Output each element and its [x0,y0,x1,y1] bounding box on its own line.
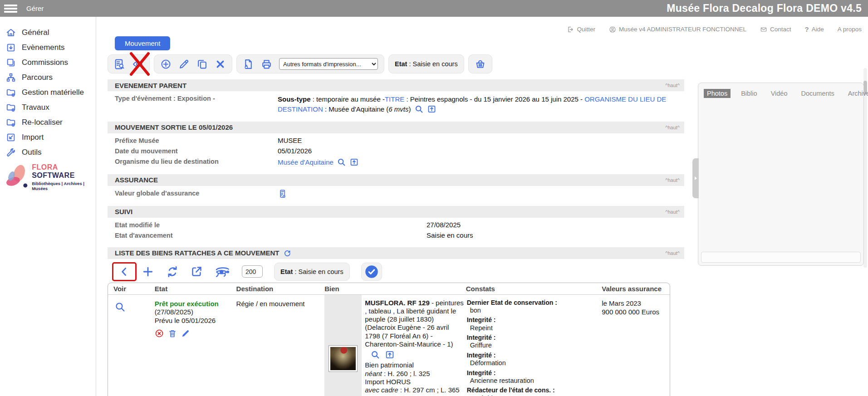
refresh-icon[interactable] [283,249,291,257]
titre-link[interactable]: TITRE [385,95,404,103]
edit-pencil-icon[interactable] [178,59,190,70]
haut-link[interactable]: ^haut^ [665,125,680,130]
haut-link[interactable]: ^haut^ [665,209,680,215]
section-assurance: ASSURANCE ^haut^ Valeur globale d'assura… [108,174,684,202]
panel-footer-strip [701,252,861,263]
artwork-thumbnail[interactable] [329,346,357,372]
basket-icon[interactable] [475,59,486,70]
etat-cell: Prêt pour exécution (27/08/2025) Prévu l… [155,295,236,396]
delete-x-icon[interactable] [215,59,226,70]
horus-eye-icon[interactable] [214,265,230,279]
open-record-icon[interactable] [349,157,359,167]
question-icon: ? [805,25,809,33]
haut-link[interactable]: ^haut^ [665,177,680,183]
result-count-input[interactable] [242,265,263,278]
col-destination: Destination [236,285,325,293]
open-record-icon[interactable] [385,350,395,360]
cancel-circle-icon[interactable] [155,329,164,338]
sidebar-item-gestion-materielle[interactable]: Gestion matérielle [0,85,96,100]
etat-status: Etat : Saisie en cours [395,60,458,68]
field-label: Etat modifié le [115,221,427,229]
panel-collapse-handle[interactable] [692,158,699,198]
hamburger-menu-icon[interactable] [4,3,17,14]
field-label: Type d'évènement : Exposition - [115,94,278,102]
sidebar-item-general[interactable]: Général [0,25,96,40]
record-list-search-icon[interactable] [114,59,125,70]
status-date: (27/08/2025) [155,308,236,317]
list-toolbar: Etat : Saisie en cours [108,262,684,282]
external-link-icon[interactable] [191,265,203,278]
section-title: ASSURANCE [115,176,158,184]
sidebar-item-import[interactable]: Import [0,130,96,145]
sidebar-item-travaux[interactable]: Travaux [0,100,96,115]
home-icon [6,28,16,38]
trash-icon[interactable] [168,329,177,338]
sidebar: Général Evènements Commissions Parcours … [0,17,96,396]
contact-link[interactable]: Contact [760,26,791,33]
col-constats: Constats [466,285,602,293]
validate-button[interactable] [361,263,382,281]
menu-label[interactable]: Gérer [26,5,44,12]
print-formats-select[interactable]: Autres formats d'impression... [279,58,378,70]
tab-mouvement[interactable]: Mouvement [115,36,170,50]
bien-import: Import HORUS [365,378,465,386]
tab-documents[interactable]: Documents [798,89,837,98]
print-icon[interactable] [261,59,272,70]
bien-ref: MUSFLORA. RF 129 - peintures , tableau ,… [365,299,464,348]
apropos-link[interactable]: A propos [838,26,862,33]
sidebar-item-label: Outils [22,148,41,157]
check-circle-icon [365,265,378,279]
section-title: LISTE DES BIENS RATTACHES A CE MOUVEMENT [115,249,280,257]
section-title: SUIVI [115,208,132,215]
recycle-icon[interactable] [166,265,179,279]
field-value: 27/08/2025 [427,221,461,229]
tab-archives[interactable]: Archives [845,89,868,98]
list-etat-status: Etat : Saisie en cours [274,263,350,281]
add-item-icon[interactable] [142,265,154,278]
sidebar-item-label: Re-localiser [22,118,63,127]
assurance-montant: 900 000 000 Euros [602,308,670,317]
musee-aquitaine-link[interactable]: Musée d'Aquitaine [278,158,333,166]
sidebar-item-commissions[interactable]: Commissions [0,55,96,70]
exit-icon [567,26,574,33]
user-account-link[interactable]: Musée v4 ADMINISTRATEUR FONCTIONNEL [609,26,746,33]
voir-cell [108,295,155,396]
tab-biblio[interactable]: Biblio [738,89,760,98]
section-suivi: SUIVI ^haut^ Etat modifié le 27/08/2025 … [108,206,684,244]
sidebar-item-parcours[interactable]: Parcours [0,70,96,85]
search-icon[interactable] [370,350,380,360]
evenement-parent-value: Sous-type : temporaire au musée -TITRE :… [278,94,677,114]
toolbar-group-print: Autres formats d'impression... [236,54,384,73]
sidebar-item-label: Import [22,133,44,142]
sidebar-item-evenements[interactable]: Evènements [0,40,96,55]
document-lock-icon[interactable] [243,59,254,70]
tab-video[interactable]: Vidéo [768,89,791,98]
sidebar-item-outils[interactable]: Outils [0,145,96,160]
sidebar-item-label: Travaux [22,103,49,112]
back-chevron-icon[interactable] [118,266,130,278]
haut-link[interactable]: ^haut^ [665,250,680,256]
calculator-icon[interactable] [278,189,287,199]
tab-photos[interactable]: Photos [704,89,731,98]
disabled-view-icon[interactable] [132,59,143,70]
search-icon[interactable] [337,157,346,167]
add-icon[interactable] [160,59,172,70]
copy-icon[interactable] [196,59,208,70]
toolbar-group-edit [154,54,232,73]
topbar: Gérer Musée Flora Decalog Flora DEMO v4.… [0,0,868,17]
bien-type: Bien patrimonial [365,361,465,369]
search-icon[interactable] [414,104,424,114]
logo-flora: FLORA [32,163,58,171]
haut-link[interactable]: ^haut^ [665,83,680,88]
toolbar-group-basket [468,54,492,73]
edit-pencil-icon[interactable] [181,329,190,338]
open-record-icon[interactable] [427,104,436,114]
aide-link[interactable]: ? Aide [805,25,824,33]
field-label: Etat d'avancement [115,231,427,239]
view-search-icon[interactable] [114,301,126,313]
quitter-link[interactable]: Quitter [567,26,595,33]
sidebar-item-relocaliser[interactable]: Re-localiser [0,115,96,130]
sidebar-item-label: Commissions [22,58,68,67]
header-links: Quitter Musée v4 ADMINISTRATEUR FONCTION… [567,25,862,33]
user-icon [609,26,616,33]
